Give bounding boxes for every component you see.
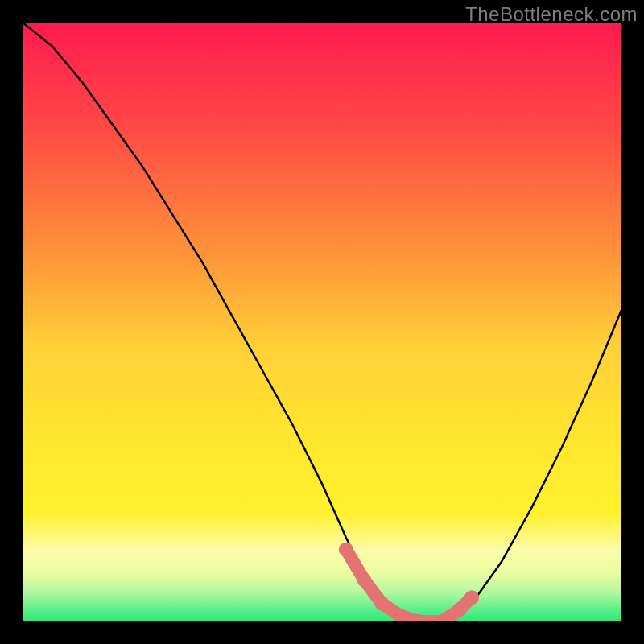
plot-area — [23, 23, 621, 621]
fit-marker-dot — [452, 602, 467, 617]
fit-marker-dot — [374, 597, 389, 611]
fit-marker-dot — [464, 590, 479, 605]
fit-marker-dot — [339, 543, 353, 557]
gradient-background — [23, 23, 621, 621]
chart-container: TheBottleneck.com — [0, 0, 644, 644]
watermark-text: TheBottleneck.com — [465, 3, 638, 26]
chart-svg — [23, 23, 621, 621]
fit-marker-dot — [357, 572, 371, 587]
